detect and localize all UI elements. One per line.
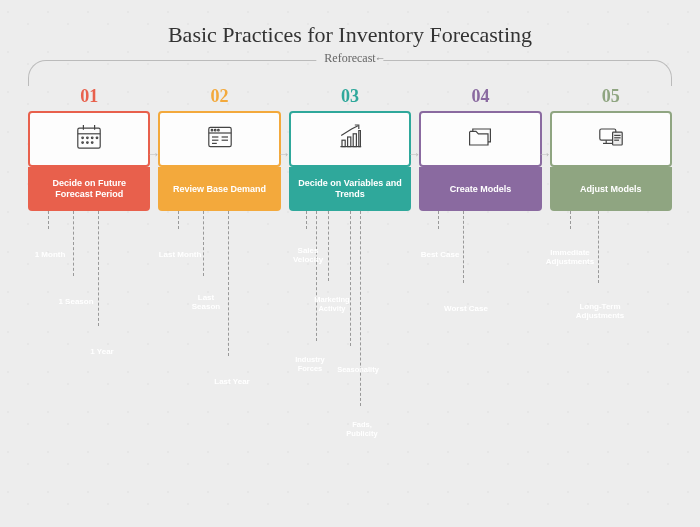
step-3: 03 Decide on Variables and Trends → — [289, 86, 411, 211]
bubble: Last Year — [206, 356, 258, 408]
step-1: 01 Decide on Future Forecast Period → — [28, 86, 150, 211]
step-card — [289, 111, 411, 167]
step-label: Create Models — [419, 167, 541, 211]
calendar-icon — [73, 121, 105, 157]
svg-rect-23 — [348, 137, 351, 147]
bubble: Fads, Publicity — [338, 406, 386, 454]
svg-point-6 — [92, 137, 94, 139]
bubble: Best Case — [414, 229, 466, 281]
step-card — [550, 111, 672, 167]
svg-point-13 — [211, 129, 213, 131]
step-number: 05 — [550, 86, 672, 107]
browser-window-icon — [204, 121, 236, 157]
bubble: Seasonality — [334, 346, 382, 394]
bubble: Last Month — [154, 229, 206, 281]
svg-rect-22 — [342, 140, 345, 146]
step-label: Adjust Models — [550, 167, 672, 211]
svg-rect-25 — [359, 131, 361, 147]
svg-rect-29 — [612, 132, 622, 145]
page-title: Basic Practices for Inventory Forecastin… — [0, 0, 700, 52]
step-label: Review Base Demand — [158, 167, 280, 211]
bubble: Worst Case — [440, 283, 492, 335]
svg-point-14 — [214, 129, 216, 131]
bubble: Long-Term Adjustments — [572, 283, 628, 339]
step-number: 02 — [158, 86, 280, 107]
bubbles-zone: 1 Month 1 Season 1 Year Last Month Last … — [28, 211, 672, 491]
svg-rect-24 — [353, 134, 356, 147]
svg-point-9 — [87, 142, 89, 144]
step-card — [28, 111, 150, 167]
bubble: Last Season — [180, 276, 232, 328]
bubble: Immediate Adjustments — [542, 229, 598, 285]
folder-stack-icon — [464, 121, 496, 157]
step-label: Decide on Future Forecast Period — [28, 167, 150, 211]
step-5: 05 Adjust Models — [550, 86, 672, 211]
step-4: 04 Create Models → — [419, 86, 541, 211]
svg-point-15 — [217, 129, 219, 131]
svg-point-8 — [82, 142, 84, 144]
step-label: Decide on Variables and Trends — [289, 167, 411, 211]
devices-icon — [595, 121, 627, 157]
bubble: Sales Velocity — [282, 229, 334, 281]
bubble: 1 Year — [76, 326, 128, 378]
step-number: 04 — [419, 86, 541, 107]
step-2: 02 Review Base Demand → — [158, 86, 280, 211]
svg-point-10 — [92, 142, 94, 144]
step-number: 01 — [28, 86, 150, 107]
bar-chart-arrow-icon — [334, 121, 366, 157]
step-number: 03 — [289, 86, 411, 107]
bubble: 1 Season — [50, 276, 102, 328]
svg-point-5 — [87, 137, 89, 139]
svg-point-7 — [96, 137, 98, 139]
bubble: Industry Forces — [286, 341, 334, 389]
bubble: 1 Month — [24, 229, 76, 281]
bubble: Marketing Activity — [308, 281, 356, 329]
reforecast-label: Reforecast — [316, 51, 383, 66]
step-card — [419, 111, 541, 167]
svg-point-4 — [82, 137, 84, 139]
step-card — [158, 111, 280, 167]
reforecast-loop: Reforecast — [28, 60, 672, 86]
steps-row: 01 Decide on Future Forecast Period → 02 — [28, 86, 672, 211]
